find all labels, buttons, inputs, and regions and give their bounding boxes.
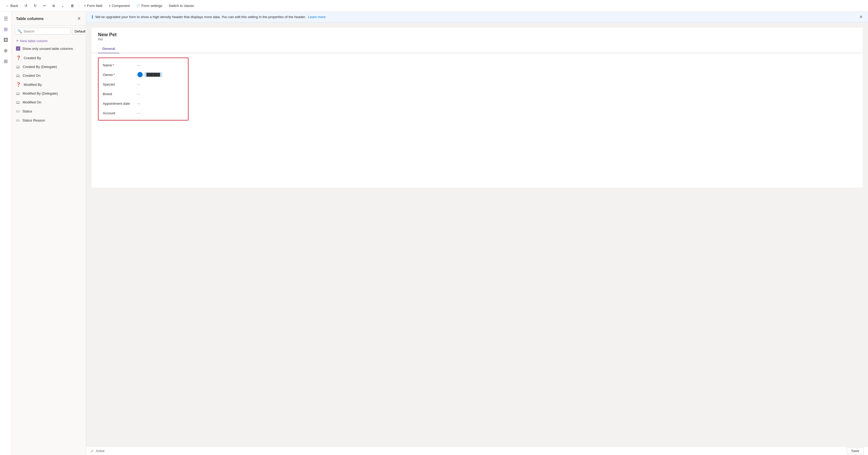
column-item-created-on[interactable]: 🗂 Created On xyxy=(12,71,86,80)
name-required: * xyxy=(113,63,114,67)
info-banner-left: ℹ We've upgraded your form to show a hig… xyxy=(92,15,326,20)
copy-button[interactable]: ⧉ xyxy=(50,3,58,9)
component-button[interactable]: + Component xyxy=(106,3,132,9)
main-layout: ☰ ⊞ 🖼 ⊕ ⊞ Table columns ✕ 🔍 Default ⌄ + … xyxy=(0,12,868,455)
question-icon: ❓ xyxy=(16,55,21,60)
column-item-created-by[interactable]: ❓ Created By xyxy=(12,53,86,62)
content-area: ℹ We've upgraded your form to show a hig… xyxy=(86,12,868,455)
panel-header: Table columns ✕ xyxy=(12,12,86,26)
show-unused-label: Show only unused table columns xyxy=(22,47,73,51)
banner-message: We've upgraded your form to show a high … xyxy=(95,15,306,19)
status-bar: ⤢ Active Save xyxy=(86,447,868,455)
switch-classic-button[interactable]: Switch to classic xyxy=(166,3,197,9)
form-section: Name* ··· Owner* 👤 ██████ xyxy=(98,58,188,120)
form-container: New Pet Pet General Name* ··· xyxy=(92,28,863,188)
species-value: ··· xyxy=(137,82,140,86)
form-settings-icon: 📄 xyxy=(136,4,140,8)
learn-more-link[interactable]: Learn more xyxy=(308,15,326,19)
cut-button[interactable]: ✂ xyxy=(40,3,49,9)
column-item-modified-by-delegate[interactable]: 🗂 Modified By (Delegate) xyxy=(12,89,86,98)
search-box: 🔍 xyxy=(15,28,70,35)
new-table-column-button[interactable]: + New table column xyxy=(12,37,86,45)
sidebar-image-icon[interactable]: 🖼 xyxy=(1,35,11,45)
column-item-modified-by[interactable]: ❓ Modified By xyxy=(12,80,86,89)
sidebar-layers-icon[interactable]: ⊕ xyxy=(1,46,11,55)
form-row-account: Account ··· xyxy=(98,108,188,118)
grid-icon2: 🗂 xyxy=(16,91,20,96)
sidebar-apps-icon[interactable]: ⊞ xyxy=(1,57,11,66)
columns-list: ❓ Created By 🗂 Created By (Delegate) 🗂 C… xyxy=(12,53,86,455)
calendar-icon: 🗂 xyxy=(16,73,20,78)
panel-close-button[interactable]: ✕ xyxy=(76,15,82,22)
redo-button[interactable]: ↻ xyxy=(31,3,39,9)
banner-close-button[interactable]: ✕ xyxy=(859,15,863,20)
redo-icon: ↻ xyxy=(34,4,37,8)
owner-label: Owner* xyxy=(103,73,137,77)
show-unused-checkbox[interactable] xyxy=(16,47,20,51)
column-item-created-by-delegate[interactable]: 🗂 Created By (Delegate) xyxy=(12,62,86,71)
question-icon2: ❓ xyxy=(16,82,21,87)
plus-icon: + xyxy=(84,4,86,8)
form-record-subtitle: Pet xyxy=(98,37,856,41)
search-row: 🔍 Default ⌄ xyxy=(12,26,86,37)
name-label: Name* xyxy=(103,63,137,67)
info-icon: ℹ xyxy=(92,15,93,20)
form-record-title: New Pet xyxy=(98,32,856,37)
undo-button[interactable]: ↺ xyxy=(22,3,30,9)
form-row-breed: Breed ··· xyxy=(98,89,188,98)
owner-value: 👤 ██████ xyxy=(137,72,162,77)
form-canvas: New Pet Pet General Name* ··· xyxy=(86,22,868,447)
toolbar-separator xyxy=(79,3,79,8)
plus-icon2: + xyxy=(108,4,111,8)
search-icon: 🔍 xyxy=(17,29,22,33)
status-reason-icon: ▭ xyxy=(16,118,20,123)
back-icon: ← xyxy=(6,4,9,8)
name-value: ··· xyxy=(137,63,140,67)
column-item-status[interactable]: ▭ Status xyxy=(12,107,86,116)
appointment-date-value: ··· xyxy=(137,102,140,106)
info-banner: ℹ We've upgraded your form to show a hig… xyxy=(86,12,868,22)
plus-icon: + xyxy=(16,38,19,43)
form-field-button[interactable]: + Form field xyxy=(81,3,105,9)
show-unused-row[interactable]: Show only unused table columns xyxy=(12,45,86,53)
table-columns-panel: Table columns ✕ 🔍 Default ⌄ + New table … xyxy=(12,12,86,455)
expand-icon[interactable]: ⤢ xyxy=(91,449,94,453)
chevron-down-icon: ⌄ xyxy=(61,4,64,8)
account-label: Account xyxy=(103,111,137,115)
species-label: Species xyxy=(103,82,137,86)
form-section-wrapper: Name* ··· Owner* 👤 ██████ xyxy=(92,53,863,125)
owner-name: ██████ xyxy=(144,72,162,77)
copy-icon: ⧉ xyxy=(53,4,55,8)
breed-value: ··· xyxy=(137,92,140,96)
form-header: New Pet Pet xyxy=(92,28,863,41)
grid-icon: 🗂 xyxy=(16,64,20,69)
toolbar: ← Back ↺ ↻ ✂ ⧉ ⌄ 🗑 + Form field + Compon… xyxy=(0,0,868,12)
back-button[interactable]: ← Back xyxy=(3,3,21,9)
tab-general[interactable]: General xyxy=(98,45,119,53)
form-row-species: Species ··· xyxy=(98,80,188,89)
delete-icon: 🗑 xyxy=(70,4,74,8)
owner-avatar: 👤 xyxy=(137,72,143,77)
delete-button[interactable]: 🗑 xyxy=(68,3,77,9)
sidebar-menu-icon[interactable]: ☰ xyxy=(1,14,11,24)
cut-icon: ✂ xyxy=(43,4,46,8)
more-button[interactable]: ⌄ xyxy=(59,3,67,9)
save-button[interactable]: Save xyxy=(847,448,864,454)
form-settings-button[interactable]: 📄 Form settings xyxy=(133,3,165,9)
appointment-date-label: Appointment date xyxy=(103,102,137,106)
column-item-modified-on[interactable]: 🗂 Modified On xyxy=(12,98,86,107)
column-item-status-reason[interactable]: ▭ Status Reason xyxy=(12,116,86,125)
panel-title: Table columns xyxy=(16,16,44,21)
owner-required: * xyxy=(114,73,115,77)
form-tabs: General xyxy=(92,45,863,53)
account-value: ··· xyxy=(137,111,140,115)
search-input[interactable] xyxy=(24,29,68,33)
calendar-icon2: 🗂 xyxy=(16,100,20,105)
sidebar-icons: ☰ ⊞ 🖼 ⊕ ⊞ xyxy=(0,12,12,455)
status-icon: ▭ xyxy=(16,109,20,114)
form-row-owner: Owner* 👤 ██████ xyxy=(98,70,188,80)
form-row-name: Name* ··· xyxy=(98,60,188,70)
breed-label: Breed xyxy=(103,92,137,96)
active-status: Active xyxy=(96,449,105,453)
sidebar-grid-icon[interactable]: ⊞ xyxy=(1,25,11,34)
